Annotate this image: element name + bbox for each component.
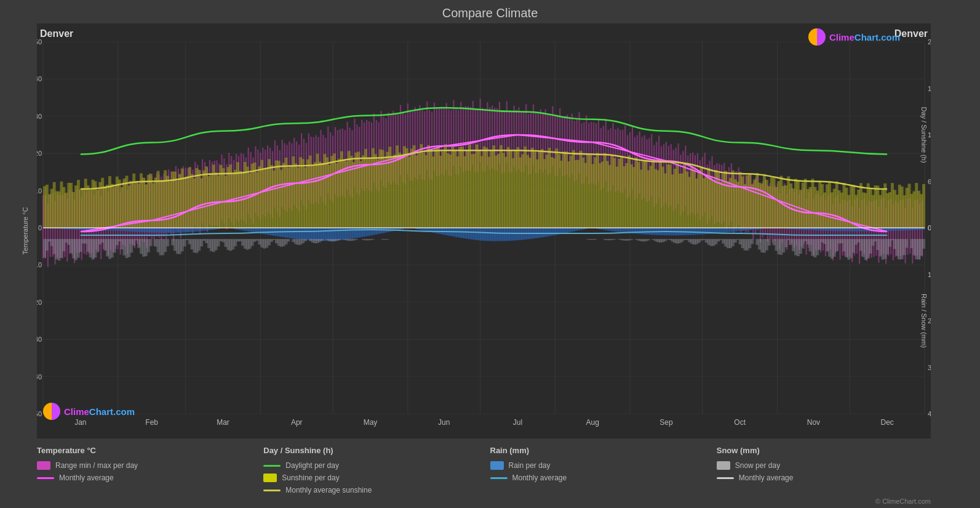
chart-area: Temperature °C Denver Denver ClimeChart.… [0,23,980,438]
logo-clime: Clime [829,32,855,42]
legend-group-title-2: Rain (mm) [490,446,717,455]
main-container: Compare Climate Temperature °C Denver De… [0,0,980,508]
legend-line-1-0 [263,465,281,467]
logo-icon-bottom [43,403,60,420]
logo-bottom-left: ClimeChart.com [43,403,135,420]
logo-text-top: ClimeChart.com [829,32,900,42]
logo-chart-bottom: Chart.com [89,406,135,417]
legend-item-3-0: Snow per day [717,461,943,470]
legend-line-3-1 [717,477,734,479]
legend-item-2-0: Rain per day [490,461,717,470]
legend-label-3-1: Monthly average [739,474,794,482]
logo-top-right: ClimeChart.com [808,28,900,46]
legend-label-0-0: Range min / max per day [55,461,138,470]
right-axis [931,23,980,438]
logo-icon-top [808,28,826,46]
legend-item-1-1: Sunshine per day [263,474,490,482]
legend-item-2-1: Monthly average [490,474,717,482]
chart-canvas-wrapper: Denver Denver ClimeChart.com ClimeChart.… [37,23,931,438]
legend-label-1-2: Monthly average sunshine [285,486,372,494]
legend-swatch-0-0 [37,461,50,470]
legend-label-0-1: Monthly average [59,474,114,482]
legend-line-0-1 [37,477,54,479]
legend-item-1-2: Monthly average sunshine [263,486,490,494]
logo-chart: Chart.com [855,32,900,42]
legend-group-1: Day / Sunshine (h)Daylight per daySunshi… [263,446,490,494]
legend-swatch-2-0 [490,461,504,470]
left-axis: Temperature °C [0,23,37,438]
legend-group-3: Snow (mm)Snow per dayMonthly average [717,446,943,494]
legend-item-0-1: Monthly average [37,474,263,482]
legend-group-0: Temperature °CRange min / max per dayMon… [37,446,263,494]
legend-line-2-1 [490,477,508,479]
legend-label-3-0: Snow per day [735,461,780,470]
legend-item-1-0: Daylight per day [263,461,490,470]
legend-line-1-2 [263,490,281,491]
legend-group-title-3: Snow (mm) [717,446,943,455]
city-label-left: Denver [40,28,73,39]
logo-text-bottom: ClimeChart.com [64,406,135,417]
logo-clime-bottom: Clime [64,406,89,417]
legend-label-1-1: Sunshine per day [282,474,339,482]
legend-group-title-1: Day / Sunshine (h) [263,446,490,455]
legend-group-2: Rain (mm)Rain per dayMonthly average [490,446,717,494]
copyright: © ClimeChart.com [0,498,980,508]
legend-label-2-1: Monthly average [512,474,567,482]
legend-item-0-0: Range min / max per day [37,461,263,470]
legend-swatch-1-1 [263,474,277,482]
main-chart-canvas [37,23,931,438]
legend-swatch-3-0 [717,461,730,470]
legend-label-1-0: Daylight per day [285,461,339,470]
legend-group-title-0: Temperature °C [37,446,263,455]
chart-title: Compare Climate [0,6,980,20]
left-axis-label: Temperature °C [22,207,29,254]
legend-area: Temperature °CRange min / max per dayMon… [0,438,980,498]
legend-label-2-0: Rain per day [509,461,551,470]
legend-item-3-1: Monthly average [717,474,943,482]
